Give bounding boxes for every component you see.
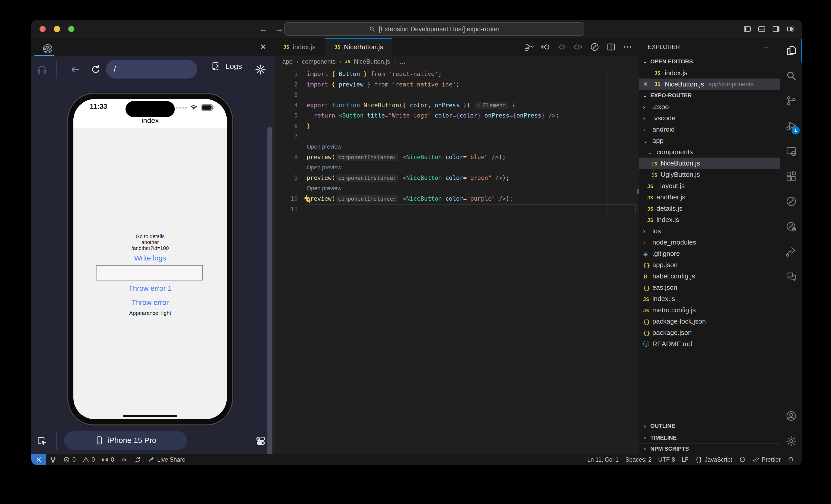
split-editor-icon[interactable] [606,42,616,52]
activity-extensions-icon[interactable] [780,164,802,189]
tree-item-index-js[interactable]: JSindex.js [639,214,780,225]
tree-item-components[interactable]: ⌄components [639,146,780,157]
tab-nicebutton-js[interactable]: JS NiceButton.js [325,38,393,56]
nav-forward-icon[interactable] [573,42,583,52]
history-forward-button[interactable]: → [275,24,284,34]
command-center-search[interactable]: [Extension Development Host] expo-router [284,22,584,36]
activity-files-icon[interactable] [780,38,802,63]
device-selector-button[interactable]: iPhone 15 Pro [64,431,187,450]
activity-comments-icon[interactable] [780,264,802,290]
tree-item-nicebutton-js[interactable]: JSNiceButton.js [639,157,780,169]
nav-back-icon[interactable] [541,42,550,52]
breadcrumb-item[interactable]: … [400,58,406,65]
activity-debug-icon[interactable]: 1 [780,113,802,139]
code-line-10[interactable]: 10preview(componentInstance: <NiceButton… [274,194,639,204]
phone-link-1[interactable]: Go to details [74,234,227,239]
minimize-window-button[interactable] [54,26,60,32]
panel-close-icon[interactable]: ✕ [260,42,266,51]
tree-item-details-js[interactable]: JSdetails.js [639,203,780,214]
activity-source-control-icon[interactable] [780,88,802,113]
status-item-live-share[interactable]: Live Share [144,454,189,465]
radon-ide-tab[interactable] [36,40,53,54]
tree-item-eas-json[interactable]: {}eas.json [639,282,780,293]
section-npm-scripts[interactable]: › NPM SCRIPTS [639,443,780,454]
open-editor-nicebutton.js[interactable]: ✕JSNiceButton.jsapp/components [639,79,780,90]
section-outline[interactable]: › OUTLINE [639,420,780,432]
route-url-bar[interactable]: / [106,60,197,79]
breadcrumb-item[interactable]: NiceButton.js [354,58,390,65]
run-chevron-icon[interactable] [524,42,534,52]
code-line-6[interactable]: 6} [274,121,639,131]
phone-link-2[interactable]: another [74,239,227,245]
codelens-open-preview[interactable]: Open preview [274,183,639,194]
layout-sidebar-right-on-icon[interactable] [772,25,780,33]
status-item-spaces-2[interactable]: Spaces: 2 [622,454,655,465]
status-item-0[interactable]: 0 [79,454,98,465]
remote-indicator[interactable] [31,454,46,465]
activity-radon-icon[interactable] [780,189,802,214]
logs-button[interactable]: Logs [211,61,242,71]
settings-gear-icon[interactable] [255,64,266,76]
explorer-more-actions-icon[interactable]: ⋯ [765,43,772,51]
layout-panel-icon[interactable] [757,25,766,33]
status-item-0[interactable]: 0 [98,454,118,465]
device-settings-toggles-icon[interactable] [255,435,266,446]
tree-item-app[interactable]: ⌄app [639,135,780,146]
codelens-open-preview[interactable]: Open preview [274,162,639,173]
tree-item-package-json[interactable]: {}package.json [639,327,780,338]
inspect-element-icon[interactable] [36,64,47,75]
layout-sidebar-left-icon[interactable] [743,25,751,33]
navigate-back-icon[interactable] [70,64,80,75]
write-logs-button[interactable]: Write logs [74,254,227,262]
history-back-button[interactable]: ← [259,24,268,34]
throw-error-button[interactable]: Throw error [74,298,227,307]
status-item-javascript[interactable]: {}JavaScript [692,454,736,465]
code-action-sparkle-icon[interactable] [302,194,312,204]
activity-branch-at-icon[interactable] [780,214,802,239]
simulator-scrollbar[interactable] [267,127,272,465]
tree-item-ios[interactable]: ›ios [639,225,780,237]
nav-circle-icon[interactable] [557,42,567,52]
section-expo-router[interactable]: ⌄ EXPO-ROUTER [639,90,780,101]
code-editor[interactable]: 1import { Button } from 'react-native';2… [274,67,639,454]
breadcrumb-item[interactable]: components [302,58,336,65]
code-line-11[interactable]: 11 [305,204,636,214]
tree-item--expo[interactable]: ›.expo [639,101,780,112]
status-item-ports-icon[interactable] [46,454,60,465]
status-item-utf-8[interactable]: UTF-8 [655,454,678,465]
select-device-screen-icon[interactable] [36,436,47,446]
code-line-3[interactable]: 3 [274,90,639,100]
status-item-bell-icon[interactable] [784,454,798,465]
tree-item--layout-js[interactable]: JS_layout.js [639,180,780,191]
tree-item-node-modules[interactable]: ›node_modules [639,237,780,248]
tree-item-index-js[interactable]: JSindex.js [639,293,780,304]
tree-item-another-js[interactable]: JSanother.js [639,191,780,203]
tree-item--gitignore[interactable]: ◈.gitignore [639,248,780,259]
activity-remote-explorer-icon[interactable] [780,139,802,164]
status-item-0[interactable]: 0 [60,454,79,465]
status-item-lf[interactable]: LF [678,454,692,465]
close-window-button[interactable] [39,26,46,32]
status-item-debug-alt-icon[interactable] [117,454,131,465]
layout-customize-icon[interactable] [786,25,795,33]
close-editor-icon[interactable]: ✕ [643,81,654,88]
section-timeline[interactable]: › TIMELINE [639,432,780,443]
more-icon[interactable] [623,42,632,52]
tree-item-android[interactable]: ›android [639,124,780,135]
tree-item-package-lock-json[interactable]: {}package-lock.json [639,316,780,327]
code-line-7[interactable]: 7 [274,131,639,142]
tree-item-app-json[interactable]: {}app.json [639,259,780,270]
section-open-editors[interactable]: ⌄ OPEN EDITORS [639,56,780,67]
code-line-1[interactable]: 1import { Button } from 'react-native'; [274,69,639,79]
activity-settings-icon[interactable] [780,428,802,454]
open-editor-index.js[interactable]: JSindex.js [639,67,780,79]
codelens-open-preview[interactable]: Open preview [274,142,639,152]
phone-link-3[interactable]: /another?id=100 [74,245,227,251]
status-item-sync-icon[interactable] [131,454,144,465]
status-item-copilot-icon[interactable] [736,454,749,465]
tree-item--vscode[interactable]: ›.vscode [639,112,780,124]
zoom-window-button[interactable] [68,26,75,32]
tree-item-readme-md[interactable]: ⓘREADME.md [639,338,780,350]
breadcrumb[interactable]: app›components›JSNiceButton.js›… [274,56,639,67]
reload-icon[interactable] [90,64,101,75]
